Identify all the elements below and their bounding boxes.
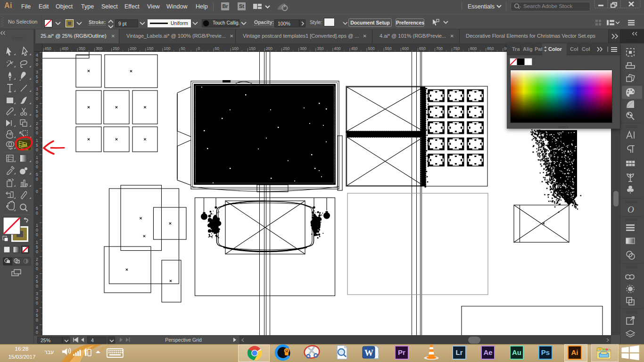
svg-text:450: 450 bbox=[351, 46, 357, 51]
svg-text:350: 350 bbox=[317, 46, 323, 51]
svg-text:700: 700 bbox=[436, 46, 443, 51]
svg-text:250: 250 bbox=[283, 46, 289, 51]
svg-text:0: 0 bbox=[36, 96, 38, 101]
svg-text:5: 5 bbox=[36, 279, 38, 284]
svg-text:850: 850 bbox=[487, 46, 494, 51]
svg-text:600: 600 bbox=[402, 46, 409, 51]
svg-text:0: 0 bbox=[36, 296, 38, 301]
svg-text:0: 0 bbox=[36, 58, 38, 62]
svg-text:W: W bbox=[364, 348, 373, 358]
svg-text:150: 150 bbox=[249, 46, 256, 51]
svg-text:0: 0 bbox=[36, 232, 38, 237]
svg-text:300: 300 bbox=[300, 46, 306, 51]
svg-text:400: 400 bbox=[334, 46, 340, 51]
svg-text:1: 1 bbox=[36, 240, 38, 245]
svg-text:100: 100 bbox=[164, 46, 170, 51]
svg-text:750: 750 bbox=[453, 46, 460, 51]
svg-text:200: 200 bbox=[130, 46, 136, 51]
svg-text:250: 250 bbox=[113, 46, 119, 51]
svg-text:2: 2 bbox=[36, 104, 38, 109]
svg-text:0: 0 bbox=[36, 126, 38, 131]
svg-text:0: 0 bbox=[36, 160, 38, 165]
svg-text:100: 100 bbox=[232, 46, 239, 51]
svg-text:0: 0 bbox=[36, 211, 38, 215]
svg-text:0: 0 bbox=[36, 301, 38, 305]
svg-text:5: 5 bbox=[36, 313, 38, 318]
svg-text:50: 50 bbox=[181, 46, 185, 51]
svg-text:3: 3 bbox=[36, 70, 38, 74]
svg-text:300: 300 bbox=[96, 46, 102, 51]
svg-text:3: 3 bbox=[36, 87, 38, 91]
svg-text:O: O bbox=[627, 205, 634, 214]
svg-text:0: 0 bbox=[36, 114, 38, 118]
svg-text:550: 550 bbox=[385, 46, 392, 51]
svg-text:2: 2 bbox=[36, 121, 38, 126]
svg-text:0: 0 bbox=[36, 91, 38, 96]
svg-text:0: 0 bbox=[36, 318, 38, 322]
svg-text:4: 4 bbox=[36, 325, 38, 330]
svg-text:500: 500 bbox=[368, 46, 375, 51]
svg-text:5: 5 bbox=[36, 206, 38, 211]
svg-text:0: 0 bbox=[198, 46, 200, 51]
svg-text:5: 5 bbox=[36, 245, 38, 249]
svg-text:0: 0 bbox=[36, 262, 38, 266]
svg-text:0: 0 bbox=[36, 189, 38, 194]
svg-text:50: 50 bbox=[215, 46, 220, 51]
svg-text:2: 2 bbox=[36, 257, 38, 262]
svg-text:200: 200 bbox=[266, 46, 272, 51]
svg-text:3: 3 bbox=[36, 308, 38, 313]
svg-text:350: 350 bbox=[79, 46, 85, 51]
svg-text:0: 0 bbox=[36, 249, 38, 254]
svg-text:3: 3 bbox=[36, 291, 38, 296]
svg-text:0: 0 bbox=[36, 330, 38, 335]
svg-text:0: 0 bbox=[36, 62, 38, 67]
svg-text:1: 1 bbox=[36, 223, 38, 228]
svg-text:0: 0 bbox=[36, 177, 38, 181]
svg-text:0: 0 bbox=[36, 79, 38, 84]
svg-text:450: 450 bbox=[45, 46, 51, 51]
svg-text:800: 800 bbox=[470, 46, 477, 51]
svg-text:5: 5 bbox=[36, 172, 38, 177]
svg-text:4: 4 bbox=[36, 53, 38, 58]
svg-text:0: 0 bbox=[36, 228, 38, 232]
svg-text:150: 150 bbox=[147, 46, 153, 51]
svg-text:5: 5 bbox=[36, 109, 38, 114]
svg-text:0: 0 bbox=[36, 165, 38, 169]
svg-text:0: 0 bbox=[36, 266, 38, 271]
svg-text:5: 5 bbox=[36, 74, 38, 79]
svg-text:0: 0 bbox=[36, 284, 38, 288]
svg-text:400: 400 bbox=[62, 46, 68, 51]
svg-text:650: 650 bbox=[419, 46, 426, 51]
svg-text:2: 2 bbox=[36, 274, 38, 279]
